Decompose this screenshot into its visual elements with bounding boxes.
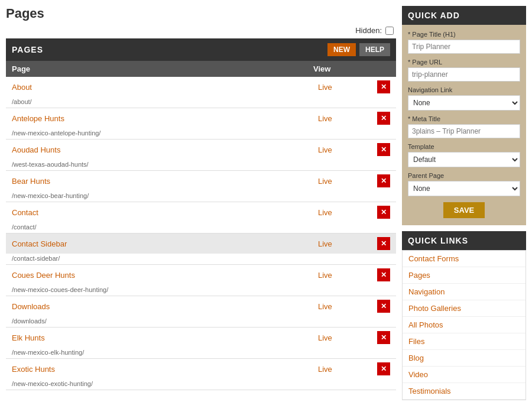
quick-link-item[interactable]: Testimonials xyxy=(403,383,525,400)
page-name-link[interactable]: Antelope Hunts xyxy=(12,114,318,123)
quick-link-item[interactable]: Photo Galleries xyxy=(403,300,525,317)
nav-link-label: Navigation Link xyxy=(408,86,520,93)
page-view-link[interactable]: Live xyxy=(318,365,377,374)
quick-link-item[interactable]: Files xyxy=(403,333,525,350)
page-title: Pages xyxy=(6,6,396,21)
meta-title-input[interactable] xyxy=(408,124,520,138)
page-url: /contact-sidebar/ xyxy=(6,254,396,264)
quick-add-header: QUICK ADD xyxy=(402,6,526,25)
page-url: /new-mexico-elk-hunting/ xyxy=(6,348,396,358)
page-url: /about/ xyxy=(6,97,396,108)
page-view-link[interactable]: Live xyxy=(318,239,377,248)
pages-list: AboutLive✕/about/Antelope HuntsLive✕/new… xyxy=(6,77,396,390)
page-url: /new-mexico-coues-deer-hunting/ xyxy=(6,285,396,296)
page-url-label: * Page URL xyxy=(408,59,520,66)
page-title-input[interactable] xyxy=(408,40,520,54)
page-name-link[interactable]: About xyxy=(12,83,318,92)
page-url: /west-texas-aoudad-hunts/ xyxy=(6,160,396,170)
pages-header-buttons: NEW HELP xyxy=(327,43,390,56)
page-view-link[interactable]: Live xyxy=(318,83,377,92)
col-del-header xyxy=(372,64,390,73)
page-url-input[interactable] xyxy=(408,67,520,82)
page-title-label: * Page Title (H1) xyxy=(408,31,520,38)
page-url: /new-mexico-antelope-hunting/ xyxy=(6,128,396,139)
hidden-label: Hidden: xyxy=(355,26,382,35)
hidden-checkbox[interactable] xyxy=(385,27,394,35)
delete-button[interactable]: ✕ xyxy=(377,268,390,281)
delete-button[interactable]: ✕ xyxy=(377,143,390,156)
sidebar: QUICK ADD * Page Title (H1) * Page URL N… xyxy=(402,6,526,400)
table-row: Elk HuntsLive✕/new-mexico-elk-hunting/ xyxy=(6,328,396,359)
new-button[interactable]: NEW xyxy=(327,43,356,56)
table-row: Contact SidebarLive✕/contact-sidebar/ xyxy=(6,234,396,265)
delete-button[interactable]: ✕ xyxy=(377,362,390,375)
table-row: AboutLive✕/about/ xyxy=(6,77,396,108)
quick-link-item[interactable]: Pages xyxy=(403,267,525,284)
table-row: Bear HuntsLive✕/new-mexico-bear-hunting/ xyxy=(6,171,396,202)
page-view-link[interactable]: Live xyxy=(318,271,377,280)
page-view-link[interactable]: Live xyxy=(318,177,377,186)
quick-add-body: * Page Title (H1) * Page URL Navigation … xyxy=(402,25,526,225)
page-title-group: * Page Title (H1) xyxy=(408,31,520,54)
page-view-link[interactable]: Live xyxy=(318,145,377,154)
delete-button[interactable]: ✕ xyxy=(377,80,390,93)
page-name-link[interactable]: Bear Hunts xyxy=(12,177,318,186)
parent-page-label: Parent Page xyxy=(408,172,520,179)
nav-link-select[interactable]: None xyxy=(408,95,520,111)
hidden-bar: Hidden: xyxy=(6,26,396,35)
page-url: /new-mexico-bear-hunting/ xyxy=(6,191,396,202)
page-url: /downloads/ xyxy=(6,316,396,327)
page-name-link[interactable]: Elk Hunts xyxy=(12,333,318,342)
save-button[interactable]: SAVE xyxy=(443,202,485,218)
delete-button[interactable]: ✕ xyxy=(377,174,390,187)
page-name-link[interactable]: Downloads xyxy=(12,302,318,311)
quick-link-item[interactable]: Video xyxy=(403,367,525,383)
page-view-link[interactable]: Live xyxy=(318,333,377,342)
table-row: Coues Deer HuntsLive✕/new-mexico-coues-d… xyxy=(6,265,396,296)
template-group: Template Default xyxy=(408,143,520,167)
page-view-link[interactable]: Live xyxy=(318,114,377,123)
table-header: Page View xyxy=(6,61,396,77)
table-row: DownloadsLive✕/downloads/ xyxy=(6,296,396,328)
page-name-link[interactable]: Exotic Hunts xyxy=(12,365,318,374)
delete-button[interactable]: ✕ xyxy=(377,237,390,250)
quick-link-item[interactable]: Navigation xyxy=(403,284,525,300)
delete-button[interactable]: ✕ xyxy=(377,206,390,219)
parent-page-select[interactable]: None xyxy=(408,181,520,196)
help-button[interactable]: HELP xyxy=(359,43,390,56)
page-name-link[interactable]: Coues Deer Hunts xyxy=(12,271,318,280)
col-view-header: View xyxy=(313,64,372,73)
table-row: Antelope HuntsLive✕/new-mexico-antelope-… xyxy=(6,108,396,140)
page-url: /contact/ xyxy=(6,222,396,233)
table-row: Exotic HuntsLive✕/new-mexico-exotic-hunt… xyxy=(6,359,396,390)
quick-link-item[interactable]: Contact Forms xyxy=(403,251,525,267)
delete-button[interactable]: ✕ xyxy=(377,300,390,313)
pages-panel-title: PAGES xyxy=(12,45,43,54)
table-row: ContactLive✕/contact/ xyxy=(6,202,396,234)
main-area: Pages Hidden: PAGES NEW HELP Page View A… xyxy=(6,6,396,400)
page-name-link[interactable]: Aoudad Hunts xyxy=(12,145,318,154)
quick-link-item[interactable]: All Photos xyxy=(403,317,525,333)
page-view-link[interactable]: Live xyxy=(318,302,377,311)
quick-links-header: QUICK LINKS xyxy=(402,231,526,250)
quick-link-item[interactable]: Blog xyxy=(403,350,525,367)
template-select[interactable]: Default xyxy=(408,152,520,167)
parent-page-group: Parent Page None xyxy=(408,172,520,196)
table-row: Aoudad HuntsLive✕/west-texas-aoudad-hunt… xyxy=(6,140,396,171)
template-label: Template xyxy=(408,143,520,150)
delete-button[interactable]: ✕ xyxy=(377,112,390,125)
meta-title-label: * Meta Title xyxy=(408,115,520,122)
col-page-header: Page xyxy=(12,64,313,73)
page-url: /new-mexico-exotic-hunting/ xyxy=(6,379,396,390)
quick-links-body: Contact FormsPagesNavigationPhoto Galler… xyxy=(402,250,526,400)
page-url-group: * Page URL xyxy=(408,59,520,82)
page-view-link[interactable]: Live xyxy=(318,208,377,217)
delete-button[interactable]: ✕ xyxy=(377,331,390,344)
meta-title-group: * Meta Title xyxy=(408,115,520,138)
pages-panel-header: PAGES NEW HELP xyxy=(6,38,396,61)
page-name-link[interactable]: Contact xyxy=(12,208,318,217)
nav-link-group: Navigation Link None xyxy=(408,86,520,111)
page-name-link[interactable]: Contact Sidebar xyxy=(12,239,318,248)
